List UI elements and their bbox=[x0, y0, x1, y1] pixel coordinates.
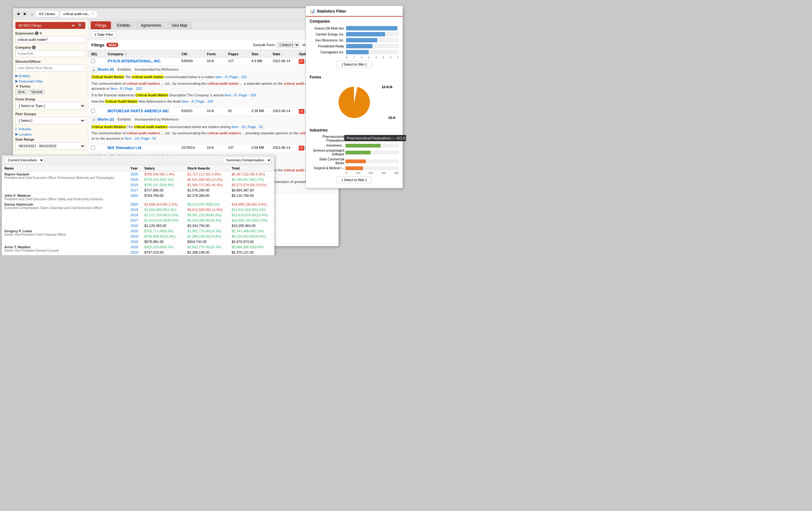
ind-row-1: Investment... bbox=[310, 144, 399, 147]
home-icon[interactable]: ⌂ bbox=[30, 11, 33, 16]
year-link-5-0[interactable]: 2020 bbox=[130, 245, 138, 249]
industry-header[interactable]: ▷ Industry bbox=[16, 127, 85, 131]
row1-checkbox[interactable] bbox=[91, 59, 95, 63]
year-link-1-3[interactable]: 2017 bbox=[130, 188, 138, 192]
company-link-1[interactable]: PYXUS INTERNATIONAL, INC. bbox=[108, 59, 162, 63]
col-form[interactable]: Form ↕ bbox=[204, 51, 226, 58]
year-link-4-0[interactable]: 2020 bbox=[130, 229, 138, 233]
close-tab-icon[interactable]: ✕ bbox=[91, 12, 94, 16]
peer-groups-select[interactable]: [ Select ] bbox=[16, 117, 85, 124]
active-tab[interactable]: critical audit ma... ✕ bbox=[60, 10, 97, 17]
year-link-1-2[interactable]: 2019 bbox=[130, 183, 138, 187]
executive-panel: Current Executives Summary Compensation … bbox=[2, 155, 274, 256]
stats-header: 📊 Statistics Filter bbox=[306, 6, 403, 17]
col-pages[interactable]: Pages ↕ bbox=[226, 51, 249, 58]
exec-row: John F. Waldron President and Chief Exec… bbox=[2, 193, 274, 202]
tab-agreements[interactable]: Agreements bbox=[136, 21, 166, 29]
year-link-3-4[interactable]: 2016 bbox=[130, 224, 138, 228]
form-tags: 10-K *10-K/A bbox=[16, 89, 85, 95]
bar-container-1 bbox=[346, 32, 399, 36]
comp-type-select[interactable]: Summary Compensation bbox=[223, 157, 272, 164]
tab-filings[interactable]: Filings bbox=[91, 21, 111, 29]
statistics-panel: 📊 Statistics Filter Companies Invesco Db… bbox=[306, 6, 403, 188]
location-header[interactable]: ▶ Location bbox=[16, 132, 85, 136]
exclude-form: Exclude Form: [ Select ] bbox=[253, 42, 300, 48]
date-filter-button[interactable]: ≡ Date Filter bbox=[91, 31, 116, 38]
exhibits-tab-1[interactable]: Exhibits bbox=[118, 67, 131, 71]
search-type-select[interactable]: All SEC Filings bbox=[16, 22, 76, 29]
blurb-text-2-1: The communication of critical audit matt… bbox=[92, 131, 336, 141]
filings-title: Filings 6024 bbox=[91, 43, 118, 48]
industries-select-filter-btn[interactable]: [ Select to filter ] bbox=[337, 176, 372, 183]
form-group-select[interactable]: [ Select or Type ] bbox=[16, 102, 85, 110]
ks-library-tab[interactable]: KS Library bbox=[35, 10, 58, 17]
stats-title: Statistics Filter bbox=[317, 9, 346, 13]
company-input[interactable] bbox=[16, 50, 85, 57]
year-link-3-2[interactable]: 2018 bbox=[130, 213, 138, 217]
expand-btn-2[interactable]: ▼ bbox=[92, 118, 97, 123]
bar-row-1: Camber Energy, Inc. bbox=[310, 32, 399, 36]
company-link-2[interactable]: MOTORCAR PARTS AMERICA INC bbox=[108, 109, 169, 113]
year-link-1-1[interactable]: 2019 bbox=[130, 178, 138, 181]
exec-title-3: Executive Compensation Tables Chairman a… bbox=[4, 206, 125, 210]
col-cik[interactable]: CIK ↕ bbox=[179, 51, 205, 58]
date-range-select[interactable]: 06/15/2021 - 06/15/2022 bbox=[16, 142, 85, 150]
year-link-3-3[interactable]: 2017 bbox=[130, 219, 138, 222]
col-size[interactable]: Size ↕ bbox=[249, 51, 270, 58]
bar-fill-3 bbox=[346, 44, 372, 48]
year-link-4-2[interactable]: 2018 bbox=[130, 240, 138, 244]
companies-select-filter-btn[interactable]: [ Select to filter ] bbox=[337, 61, 372, 68]
ind-label-0: Pharmaceutical Preparations bbox=[310, 135, 344, 142]
year-link-3-0[interactable]: 2020 bbox=[130, 202, 138, 206]
blurbs-row-1: ▼ Blurbs (4) Exhibits Incorporated by Re… bbox=[88, 65, 339, 108]
financials-toggle-icon: ▶ bbox=[16, 79, 18, 83]
year-link-2-0[interactable]: 2020 bbox=[130, 194, 138, 197]
form-tag-10k[interactable]: 10-K bbox=[16, 89, 27, 95]
form-tag-10ka[interactable]: *10-K/A bbox=[28, 89, 45, 95]
entities-header[interactable]: ▶ Entities bbox=[16, 74, 85, 78]
industries-axis: 0100200300400 bbox=[346, 171, 399, 174]
blurbs-tab-1[interactable]: Blurbs (4) bbox=[98, 67, 114, 71]
row2-checkbox[interactable] bbox=[91, 109, 95, 113]
ind-bar-1 bbox=[345, 144, 399, 147]
ind-row-2: Services-prepackaged Software bbox=[310, 149, 399, 156]
pdf-icon-1[interactable]: P bbox=[299, 59, 304, 64]
back-icon[interactable]: ◀ bbox=[16, 11, 21, 17]
exhibits-tab-2[interactable]: Exhibits bbox=[118, 117, 131, 121]
tab-exhibits[interactable]: Exhibits bbox=[112, 21, 135, 29]
forward-icon[interactable]: ▶ bbox=[22, 11, 28, 17]
pdf-icon-3[interactable]: P bbox=[299, 146, 304, 151]
blurbs-count-2[interactable]: Blurbs (2) bbox=[98, 117, 114, 121]
incorp-tab-2[interactable]: Incorporated by Reference bbox=[135, 117, 178, 121]
year-link-5-1[interactable]: 2019 bbox=[130, 251, 138, 254]
companies-axis: 01234567 bbox=[346, 56, 399, 59]
expand-btn-1[interactable]: ▼ bbox=[92, 68, 97, 73]
year-link-4-1[interactable]: 2019 bbox=[130, 234, 138, 238]
industry-toggle-icon: ▷ bbox=[16, 127, 18, 131]
company-link-3[interactable]: MiX Telematics Ltd bbox=[108, 146, 142, 150]
exec-title-4: Senior Vice President Chief Financial Of… bbox=[4, 233, 125, 236]
col-date[interactable]: Date ↕ bbox=[270, 51, 296, 58]
row3-checkbox[interactable] bbox=[91, 146, 95, 150]
bar-fill-4 bbox=[346, 50, 369, 54]
director-input[interactable] bbox=[16, 64, 85, 71]
incorp-tab-1[interactable]: Incorporated by Reference bbox=[135, 67, 178, 71]
tab-geo-map[interactable]: Geo Map bbox=[167, 21, 192, 29]
company-info-icon[interactable]: i bbox=[32, 46, 36, 49]
year-link-3-1[interactable]: 2019 bbox=[130, 208, 138, 211]
col-company[interactable]: Company ▼ bbox=[105, 51, 179, 58]
expression-edit-icon[interactable]: ✎ bbox=[39, 32, 42, 35]
financials-header[interactable]: ▶ Financials Filter bbox=[16, 79, 85, 83]
expression-info-icon[interactable]: i bbox=[35, 31, 38, 35]
search-button[interactable]: 🔍 bbox=[76, 22, 85, 29]
ind-label-3: State Commercial Banks bbox=[310, 158, 344, 165]
form-group-label: Form Group bbox=[16, 97, 85, 101]
companies-bar-chart: Invesco Db Multi-Sec Camber Energy, Inc.… bbox=[310, 26, 399, 59]
exec-table-scroll: Name Year Salary Stock Awards Total Raje… bbox=[2, 165, 274, 255]
year-link-1-0[interactable]: 2020 bbox=[130, 172, 138, 176]
exec-type-select[interactable]: Current Executives bbox=[4, 157, 44, 164]
bar-row-2: Invo Bioscience, Inc. bbox=[310, 38, 399, 42]
exclude-form-select[interactable]: [ Select ] bbox=[277, 42, 300, 48]
pdf-icon-2[interactable]: P bbox=[299, 109, 304, 114]
expression-input[interactable] bbox=[16, 36, 85, 43]
